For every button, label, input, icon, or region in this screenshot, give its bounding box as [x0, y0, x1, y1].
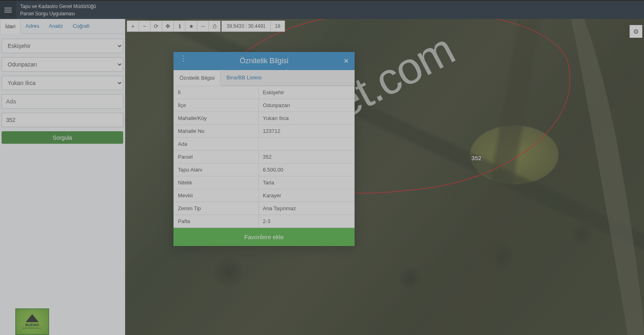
- dim-overlay: [0, 0, 644, 335]
